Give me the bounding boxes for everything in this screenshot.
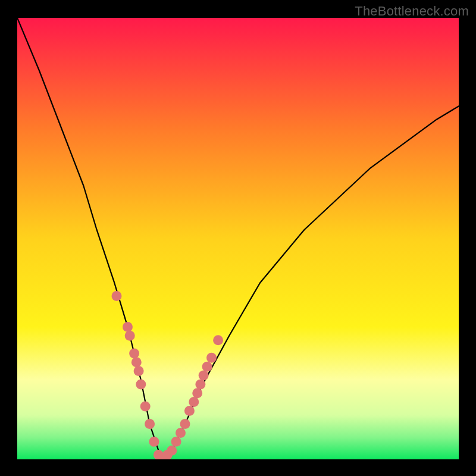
marker-point bbox=[123, 322, 133, 332]
marker-points bbox=[112, 291, 224, 459]
curve-layer bbox=[17, 18, 459, 459]
marker-point bbox=[213, 335, 223, 345]
marker-point bbox=[149, 437, 159, 447]
plot-area bbox=[17, 18, 459, 459]
marker-point bbox=[129, 348, 139, 358]
marker-point bbox=[131, 357, 142, 367]
marker-point bbox=[195, 379, 205, 389]
marker-point bbox=[112, 291, 122, 301]
marker-point bbox=[176, 428, 186, 438]
bottleneck-curve bbox=[17, 18, 459, 459]
marker-point bbox=[136, 379, 146, 389]
marker-point bbox=[192, 388, 202, 398]
marker-point bbox=[125, 331, 135, 341]
marker-point bbox=[171, 437, 181, 447]
marker-point bbox=[199, 371, 209, 381]
marker-point bbox=[202, 362, 212, 372]
marker-point bbox=[140, 402, 151, 412]
marker-point bbox=[184, 406, 195, 416]
watermark-label: TheBottleneck.com bbox=[355, 4, 469, 19]
marker-point bbox=[145, 419, 155, 429]
marker-point bbox=[134, 366, 144, 376]
marker-point bbox=[189, 397, 199, 407]
marker-point bbox=[180, 419, 190, 429]
marker-point bbox=[167, 446, 177, 456]
marker-point bbox=[206, 353, 217, 363]
chart-canvas: TheBottleneck.com bbox=[0, 0, 476, 476]
